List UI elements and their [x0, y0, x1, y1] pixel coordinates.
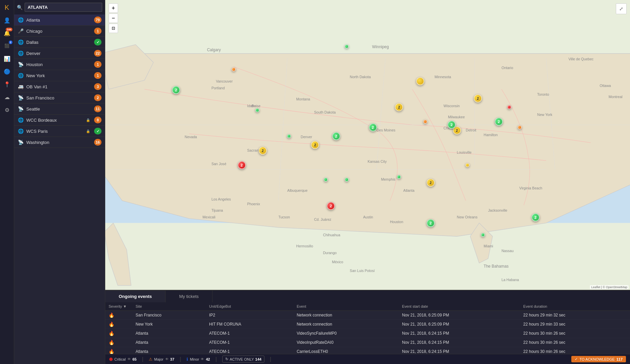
search-input[interactable] [25, 3, 102, 12]
map-marker-14[interactable]: 2 [369, 123, 377, 131]
map-marker-6[interactable] [287, 134, 291, 138]
wcs-paris-label: WCS Paris [26, 129, 83, 134]
nav-alerts[interactable]: 🔔 144 [1, 27, 13, 39]
map-marker-5[interactable] [255, 108, 259, 112]
map-marker-16[interactable]: 2 [427, 179, 435, 187]
sidebar-item-san-francisco[interactable]: 📡 San Francisco 2 [14, 92, 105, 103]
events-table: Severity ▼ Site Unit/EdgeBot Event Event… [105, 302, 630, 354]
zoom-in-button[interactable]: + [109, 3, 118, 13]
sidebar-item-atlanta[interactable]: 🌐 Atlanta 79 [14, 14, 105, 26]
svg-text:Montreal: Montreal [608, 95, 622, 99]
map-marker-12[interactable] [345, 44, 349, 49]
severity-icon-3: 🔥 [109, 331, 114, 336]
table-row[interactable]: 🔥 San Francisco IP2 Network connection N… [105, 311, 630, 320]
nav-probes[interactable]: 🔵 [1, 65, 13, 78]
map-marker-3[interactable]: 2 [238, 161, 246, 169]
crop-button[interactable]: ⊡ [109, 24, 118, 33]
nav-location[interactable]: 📍 [1, 78, 13, 90]
table-row[interactable]: 🔥 Atlanta ATECOM-1 CarrierLossETH0 Nov 2… [105, 347, 630, 354]
atlanta-icon: 🌐 [18, 17, 24, 23]
map-marker-28[interactable]: 2 [532, 213, 540, 221]
tab-my-tickets[interactable]: My tickets [166, 291, 212, 302]
map-marker-15[interactable] [423, 120, 427, 124]
col-severity[interactable]: Severity ▼ [105, 302, 132, 311]
col-duration[interactable]: Event duration [520, 302, 630, 311]
map-marker-25[interactable]: 2 [495, 118, 503, 126]
sidebar-item-wcc-bordeaux[interactable]: 🌐 WCC Bordeaux 🔒 8 [14, 115, 105, 126]
svg-text:Ontario: Ontario [502, 66, 513, 70]
sidebar-item-denver[interactable]: 🌐 Denver 22 [14, 48, 105, 59]
paris-lock-icon: 🔒 [86, 129, 90, 133]
sep-2: | [180, 356, 181, 362]
table-row[interactable]: 🔥 Atlanta ATECOM-1 VideoInputRateDAI0 No… [105, 338, 630, 347]
atlanta-label: Atlanta [26, 18, 91, 23]
wcc-bordeaux-icon: 🌐 [18, 117, 24, 123]
sidebar-item-washington[interactable]: 📡 Washington 16 [14, 137, 105, 148]
map-marker-9[interactable] [324, 178, 328, 182]
acknowledge-button[interactable]: ✓ TO ACKNOWLEDGE 117 [571, 356, 626, 362]
active-only-button[interactable]: ↻ ACTIVE ONLY 144 [222, 356, 264, 363]
map-marker-26[interactable] [465, 163, 469, 167]
map-container[interactable]: Calgary Winnipeg Vancouver Portland Mont… [105, 0, 630, 290]
sidebar-search-container: 🔍 [14, 0, 105, 14]
nav-events[interactable]: ⬛ 2 [1, 40, 13, 52]
map-marker-20[interactable]: 2 [474, 94, 482, 102]
svg-text:Milwaukee: Milwaukee [448, 115, 465, 119]
tab-ongoing-events[interactable]: Ongoing events [105, 291, 166, 302]
critical-dot [109, 358, 113, 361]
col-site[interactable]: Site [132, 302, 206, 311]
expand-button[interactable]: ⤢ [616, 3, 627, 14]
sidebar-item-ob-van[interactable]: 🚐 OB Van #1 3 [14, 81, 105, 92]
nav-cloud[interactable]: ☁ [1, 91, 13, 103]
col-start[interactable]: Event start date [399, 302, 520, 311]
table-row[interactable]: 🔥 Atlanta ATECOM-1 VideoSyncFailureMP0 N… [105, 329, 630, 338]
svg-text:La Habana: La Habana [502, 278, 519, 282]
sidebar-item-dallas[interactable]: 🌐 Dallas ✓ [14, 37, 105, 48]
map-marker-2[interactable] [232, 67, 236, 71]
svg-text:Albuquerque: Albuquerque [287, 188, 308, 192]
minor-label: Minor [190, 357, 199, 361]
col-unit[interactable]: Unit/EdgeBot [206, 302, 293, 311]
map-marker-27[interactable] [481, 233, 485, 237]
zoom-out-button[interactable]: − [109, 13, 118, 23]
seattle-icon: 📡 [18, 106, 24, 112]
map-marker-19[interactable]: 2 [427, 219, 435, 227]
map-marker-17[interactable] [345, 178, 349, 182]
svg-text:New York: New York [537, 113, 552, 117]
seattle-badge: 11 [94, 105, 102, 112]
sidebar-item-chicago[interactable]: 🎤 Chicago 1 [14, 26, 105, 37]
map-marker-23[interactable] [507, 105, 511, 109]
map-marker-13[interactable]: 2 [395, 103, 403, 111]
sidebar-item-houston[interactable]: 📡 Houston 1 [14, 59, 105, 70]
svg-text:Virginia Beach: Virginia Beach [519, 186, 542, 190]
major-label: Major [154, 357, 164, 361]
nav-bar: K 👤 🔔 144 ⬛ 2 📊 🔵 📍 ☁ ⚙ [0, 0, 14, 364]
nav-settings[interactable]: ⚙ [1, 104, 13, 116]
col-event[interactable]: Event [293, 302, 399, 311]
table-row[interactable]: 🔥 New York HIT FM CORUNA Network connect… [105, 320, 630, 329]
nav-user[interactable]: 👤 [1, 14, 13, 26]
map-marker-18[interactable] [397, 175, 401, 179]
svg-text:Houston: Houston [390, 220, 403, 224]
map-marker-24[interactable] [518, 125, 522, 129]
svg-text:Boise: Boise [252, 104, 261, 108]
map-marker-11[interactable] [416, 77, 424, 85]
row-3-site: Atlanta [132, 329, 206, 338]
svg-text:Nassau: Nassau [502, 249, 514, 253]
map-marker-1[interactable]: 2 [172, 86, 180, 94]
map-marker-8[interactable]: 2 [332, 132, 340, 140]
map-marker-7[interactable]: 2 [311, 141, 319, 149]
san-francisco-label: San Francisco [26, 95, 91, 100]
sidebar-item-seattle[interactable]: 📡 Seattle 11 [14, 103, 105, 115]
chicago-label: Chicago [26, 29, 91, 34]
sidebar-item-wcs-paris[interactable]: 🌐 WCS Paris 🔒 ✓ [14, 126, 105, 137]
nav-logo[interactable]: K [1, 1, 13, 13]
map-marker-22[interactable]: 2 [448, 121, 456, 129]
wcc-bordeaux-badge: 8 [94, 117, 102, 123]
svg-text:Kansas City: Kansas City [368, 159, 387, 163]
map-marker-10[interactable]: 2 [327, 202, 335, 210]
map-marker-4[interactable]: 2 [259, 147, 267, 155]
sidebar-item-new-york[interactable]: 🌐 New York 1 [14, 70, 105, 81]
houston-badge: 1 [94, 61, 102, 68]
nav-charts[interactable]: 📊 [1, 53, 13, 65]
